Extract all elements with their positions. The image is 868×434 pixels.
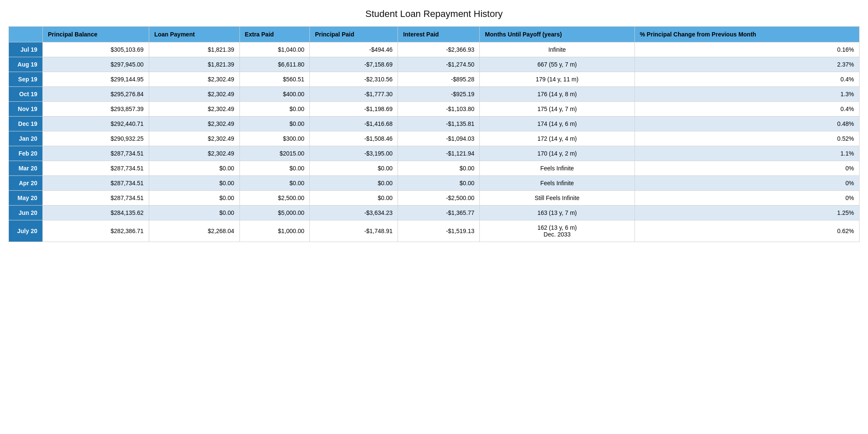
cell-7-6: 170 (14 y, 2 m) (480, 146, 634, 161)
cell-3-0: Oct 19 (9, 87, 43, 102)
header-col-6: Months Until Payoff (years) (480, 27, 634, 42)
cell-2-2: $2,302.49 (149, 72, 239, 87)
cell-9-7: 0% (634, 176, 859, 191)
cell-10-3: $2,500.00 (239, 191, 310, 206)
cell-5-6: 174 (14 y, 6 m) (480, 117, 634, 131)
cell-7-0: Feb 20 (9, 146, 43, 161)
cell-2-7: 0.4% (634, 72, 859, 87)
cell-4-2: $2,302.49 (149, 102, 239, 117)
cell-3-6: 176 (14 y, 8 m) (480, 87, 634, 102)
cell-7-5: -$1,121.94 (398, 146, 480, 161)
cell-10-6: Still Feels Infinite (480, 191, 634, 206)
cell-11-0: Jun 20 (9, 206, 43, 220)
cell-8-1: $287,734.51 (43, 161, 149, 176)
table-row: Nov 19$293,857.39$2,302.49$0.00-$1,198.6… (9, 102, 860, 117)
cell-2-3: $560.51 (239, 72, 310, 87)
cell-12-0: July 20 (9, 220, 43, 242)
cell-11-5: -$1,365.77 (398, 206, 480, 220)
cell-7-2: $2,302.49 (149, 146, 239, 161)
cell-9-1: $287,734.51 (43, 176, 149, 191)
table-row: Oct 19$295,276.84$2,302.49$400.00-$1,777… (9, 87, 860, 102)
cell-9-6: Feels Infinite (480, 176, 634, 191)
cell-2-1: $299,144.95 (43, 72, 149, 87)
cell-4-3: $0.00 (239, 102, 310, 117)
header-month (9, 27, 43, 42)
cell-2-6: 179 (14 y, 11 m) (480, 72, 634, 87)
cell-2-0: Sep 19 (9, 72, 43, 87)
cell-2-4: -$2,310.56 (310, 72, 398, 87)
table-row: Jun 20$284,135.62$0.00$5,000.00-$3,634.2… (9, 206, 860, 220)
cell-6-3: $300.00 (239, 131, 310, 146)
cell-8-5: $0.00 (398, 161, 480, 176)
cell-9-4: $0.00 (310, 176, 398, 191)
cell-3-5: -$925.19 (398, 87, 480, 102)
cell-6-1: $290,932.25 (43, 131, 149, 146)
cell-9-3: $0.00 (239, 176, 310, 191)
header-col-1: Principal Balance (43, 27, 149, 42)
cell-6-4: -$1,508.46 (310, 131, 398, 146)
cell-0-5: -$2,366.93 (398, 42, 480, 57)
cell-7-4: -$3,195.00 (310, 146, 398, 161)
cell-12-1: $282,386.71 (43, 220, 149, 242)
cell-3-3: $400.00 (239, 87, 310, 102)
header-col-5: Interest Paid (398, 27, 480, 42)
cell-2-5: -$895.28 (398, 72, 480, 87)
cell-0-0: Jul 19 (9, 42, 43, 57)
cell-3-2: $2,302.49 (149, 87, 239, 102)
cell-11-4: -$3,634.23 (310, 206, 398, 220)
cell-11-1: $284,135.62 (43, 206, 149, 220)
cell-0-1: $305,103.69 (43, 42, 149, 57)
cell-8-7: 0% (634, 161, 859, 176)
cell-1-2: $1,821.39 (149, 57, 239, 72)
cell-8-2: $0.00 (149, 161, 239, 176)
cell-0-6: Infinite (480, 42, 634, 57)
cell-1-6: 667 (55 y, 7 m) (480, 57, 634, 72)
cell-5-5: -$1,135.81 (398, 117, 480, 131)
cell-1-3: $6,611.80 (239, 57, 310, 72)
cell-6-7: 0.52% (634, 131, 859, 146)
cell-8-6: Feels Infinite (480, 161, 634, 176)
cell-0-3: $1,040.00 (239, 42, 310, 57)
cell-7-7: 1.1% (634, 146, 859, 161)
cell-12-5: -$1,519.13 (398, 220, 480, 242)
cell-10-1: $287,734.51 (43, 191, 149, 206)
cell-9-0: Apr 20 (9, 176, 43, 191)
cell-11-6: 163 (13 y, 7 m) (480, 206, 634, 220)
cell-5-1: $292,440.71 (43, 117, 149, 131)
cell-1-5: -$1,274.50 (398, 57, 480, 72)
cell-12-2: $2,268.04 (149, 220, 239, 242)
cell-4-7: 0.4% (634, 102, 859, 117)
cell-8-3: $0.00 (239, 161, 310, 176)
cell-4-5: -$1,103.80 (398, 102, 480, 117)
table-row: Apr 20$287,734.51$0.00$0.00$0.00$0.00Fee… (9, 176, 860, 191)
cell-4-6: 175 (14 y, 7 m) (480, 102, 634, 117)
table-row: Sep 19$299,144.95$2,302.49$560.51-$2,310… (9, 72, 860, 87)
cell-3-4: -$1,777.30 (310, 87, 398, 102)
table-row: Aug 19$297,945.00$1,821.39$6,611.80-$7,1… (9, 57, 860, 72)
cell-4-4: -$1,198.69 (310, 102, 398, 117)
table-row: Mar 20$287,734.51$0.00$0.00$0.00$0.00Fee… (9, 161, 860, 176)
table-row: Dec 19$292,440.71$2,302.49$0.00-$1,416.6… (9, 117, 860, 131)
cell-9-2: $0.00 (149, 176, 239, 191)
table-row: Jan 20$290,932.25$2,302.49$300.00-$1,508… (9, 131, 860, 146)
page-title: Student Loan Repayment History (8, 8, 860, 19)
cell-8-0: Mar 20 (9, 161, 43, 176)
cell-7-3: $2015.00 (239, 146, 310, 161)
cell-6-6: 172 (14 y, 4 m) (480, 131, 634, 146)
cell-1-0: Aug 19 (9, 57, 43, 72)
table-row: Feb 20$287,734.51$2,302.49$2015.00-$3,19… (9, 146, 860, 161)
cell-12-4: -$1,748.91 (310, 220, 398, 242)
cell-6-5: -$1,094.03 (398, 131, 480, 146)
repayment-table: Principal BalanceLoan PaymentExtra PaidP… (8, 26, 860, 242)
table-row: July 20$282,386.71$2,268.04$1,000.00-$1,… (9, 220, 860, 242)
cell-12-7: 0.62% (634, 220, 859, 242)
cell-11-3: $5,000.00 (239, 206, 310, 220)
cell-10-4: $0.00 (310, 191, 398, 206)
cell-4-1: $293,857.39 (43, 102, 149, 117)
cell-0-4: -$494.46 (310, 42, 398, 57)
header-col-2: Loan Payment (149, 27, 239, 42)
cell-10-5: -$2,500.00 (398, 191, 480, 206)
cell-11-2: $0.00 (149, 206, 239, 220)
cell-5-7: 0.48% (634, 117, 859, 131)
cell-10-7: 0% (634, 191, 859, 206)
